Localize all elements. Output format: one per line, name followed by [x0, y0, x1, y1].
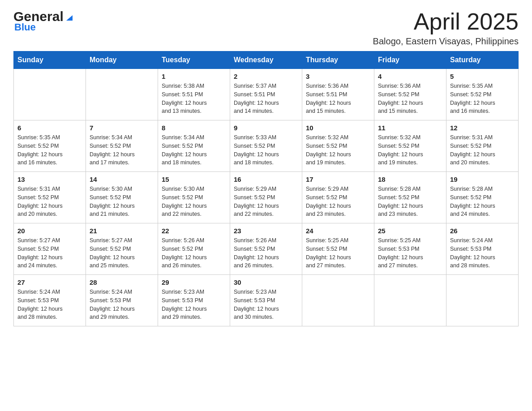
- day-number: 7: [90, 124, 154, 132]
- calendar-cell: 24Sunrise: 5:25 AM Sunset: 5:52 PM Dayli…: [302, 223, 374, 275]
- calendar-cell: 18Sunrise: 5:28 AM Sunset: 5:52 PM Dayli…: [374, 172, 446, 223]
- day-info: Sunrise: 5:31 AM Sunset: 5:52 PM Dayligh…: [17, 185, 82, 218]
- calendar-cell: 29Sunrise: 5:23 AM Sunset: 5:53 PM Dayli…: [158, 275, 230, 326]
- day-info: Sunrise: 5:37 AM Sunset: 5:51 PM Dayligh…: [234, 82, 298, 116]
- day-of-week-header: Monday: [86, 51, 158, 69]
- day-number: 16: [234, 176, 298, 183]
- day-info: Sunrise: 5:31 AM Sunset: 5:52 PM Dayligh…: [450, 133, 515, 167]
- day-of-week-header: Wednesday: [230, 51, 302, 69]
- calendar-cell: 15Sunrise: 5:30 AM Sunset: 5:52 PM Dayli…: [158, 172, 230, 223]
- calendar-cell: 20Sunrise: 5:27 AM Sunset: 5:52 PM Dayli…: [14, 223, 86, 275]
- day-info: Sunrise: 5:30 AM Sunset: 5:52 PM Dayligh…: [162, 185, 226, 218]
- day-info: Sunrise: 5:36 AM Sunset: 5:52 PM Dayligh…: [378, 82, 442, 116]
- day-number: 9: [234, 124, 298, 132]
- calendar-cell: 10Sunrise: 5:32 AM Sunset: 5:52 PM Dayli…: [302, 120, 374, 172]
- day-of-week-header: Thursday: [302, 51, 374, 69]
- day-number: 19: [450, 176, 515, 183]
- calendar-cell: 22Sunrise: 5:26 AM Sunset: 5:52 PM Dayli…: [158, 223, 230, 275]
- day-number: 28: [90, 278, 154, 286]
- calendar-cell: 2Sunrise: 5:37 AM Sunset: 5:51 PM Daylig…: [230, 69, 302, 120]
- calendar-cell: 7Sunrise: 5:34 AM Sunset: 5:52 PM Daylig…: [86, 120, 158, 172]
- day-info: Sunrise: 5:28 AM Sunset: 5:52 PM Dayligh…: [378, 185, 442, 218]
- calendar-cell: [302, 275, 374, 326]
- calendar-week-row: 6Sunrise: 5:35 AM Sunset: 5:52 PM Daylig…: [14, 120, 519, 172]
- calendar-title: April 2025: [373, 9, 519, 34]
- day-number: 17: [306, 176, 370, 183]
- day-info: Sunrise: 5:34 AM Sunset: 5:52 PM Dayligh…: [90, 133, 154, 167]
- day-info: Sunrise: 5:24 AM Sunset: 5:53 PM Dayligh…: [90, 288, 154, 321]
- calendar-cell: 13Sunrise: 5:31 AM Sunset: 5:52 PM Dayli…: [14, 172, 86, 223]
- day-info: Sunrise: 5:26 AM Sunset: 5:52 PM Dayligh…: [234, 236, 298, 270]
- day-number: 15: [162, 176, 226, 183]
- day-info: Sunrise: 5:38 AM Sunset: 5:51 PM Dayligh…: [162, 82, 226, 116]
- day-number: 18: [378, 176, 442, 183]
- day-info: Sunrise: 5:29 AM Sunset: 5:52 PM Dayligh…: [306, 185, 370, 218]
- calendar-cell: 17Sunrise: 5:29 AM Sunset: 5:52 PM Dayli…: [302, 172, 374, 223]
- day-number: 25: [378, 227, 442, 235]
- logo: General Blue: [13, 9, 74, 33]
- day-info: Sunrise: 5:23 AM Sunset: 5:53 PM Dayligh…: [162, 288, 226, 321]
- page-header: General Blue April 2025 Balogo, Eastern …: [13, 9, 519, 47]
- calendar-cell: [14, 69, 86, 120]
- calendar-cell: 11Sunrise: 5:32 AM Sunset: 5:52 PM Dayli…: [374, 120, 446, 172]
- calendar-cell: 25Sunrise: 5:25 AM Sunset: 5:53 PM Dayli…: [374, 223, 446, 275]
- day-number: 23: [234, 227, 298, 235]
- calendar-cell: [374, 275, 446, 326]
- day-number: 4: [378, 73, 442, 80]
- day-info: Sunrise: 5:28 AM Sunset: 5:52 PM Dayligh…: [450, 185, 515, 218]
- day-info: Sunrise: 5:35 AM Sunset: 5:52 PM Dayligh…: [17, 133, 82, 167]
- calendar-cell: 27Sunrise: 5:24 AM Sunset: 5:53 PM Dayli…: [14, 275, 86, 326]
- day-info: Sunrise: 5:33 AM Sunset: 5:52 PM Dayligh…: [234, 133, 298, 167]
- calendar-cell: 28Sunrise: 5:24 AM Sunset: 5:53 PM Dayli…: [86, 275, 158, 326]
- day-number: 11: [378, 124, 442, 132]
- calendar-cell: 30Sunrise: 5:23 AM Sunset: 5:53 PM Dayli…: [230, 275, 302, 326]
- calendar-week-row: 20Sunrise: 5:27 AM Sunset: 5:52 PM Dayli…: [14, 223, 519, 275]
- calendar-subtitle: Balogo, Eastern Visayas, Philippines: [373, 36, 519, 47]
- calendar-cell: 26Sunrise: 5:24 AM Sunset: 5:53 PM Dayli…: [446, 223, 519, 275]
- day-number: 2: [234, 73, 298, 80]
- day-info: Sunrise: 5:29 AM Sunset: 5:52 PM Dayligh…: [234, 185, 298, 218]
- day-number: 20: [17, 227, 82, 235]
- calendar-week-row: 27Sunrise: 5:24 AM Sunset: 5:53 PM Dayli…: [14, 275, 519, 326]
- day-number: 5: [450, 73, 515, 80]
- day-number: 12: [450, 124, 515, 132]
- day-info: Sunrise: 5:36 AM Sunset: 5:51 PM Dayligh…: [306, 82, 370, 116]
- calendar-cell: 21Sunrise: 5:27 AM Sunset: 5:52 PM Dayli…: [86, 223, 158, 275]
- calendar-cell: 12Sunrise: 5:31 AM Sunset: 5:52 PM Dayli…: [446, 120, 519, 172]
- day-number: 1: [162, 73, 226, 80]
- day-number: 8: [162, 124, 226, 132]
- day-info: Sunrise: 5:23 AM Sunset: 5:53 PM Dayligh…: [234, 288, 298, 321]
- day-info: Sunrise: 5:26 AM Sunset: 5:52 PM Dayligh…: [162, 236, 226, 270]
- day-info: Sunrise: 5:34 AM Sunset: 5:52 PM Dayligh…: [162, 133, 226, 167]
- calendar-cell: 14Sunrise: 5:30 AM Sunset: 5:52 PM Dayli…: [86, 172, 158, 223]
- day-of-week-header: Friday: [374, 51, 446, 69]
- calendar-cell: 8Sunrise: 5:34 AM Sunset: 5:52 PM Daylig…: [158, 120, 230, 172]
- day-info: Sunrise: 5:27 AM Sunset: 5:52 PM Dayligh…: [17, 236, 82, 270]
- calendar-cell: [86, 69, 158, 120]
- day-of-week-header: Saturday: [446, 51, 519, 69]
- calendar-cell: 9Sunrise: 5:33 AM Sunset: 5:52 PM Daylig…: [230, 120, 302, 172]
- day-info: Sunrise: 5:25 AM Sunset: 5:52 PM Dayligh…: [306, 236, 370, 270]
- svg-marker-0: [66, 15, 73, 21]
- calendar-week-row: 1Sunrise: 5:38 AM Sunset: 5:51 PM Daylig…: [14, 69, 519, 120]
- calendar-cell: 23Sunrise: 5:26 AM Sunset: 5:52 PM Dayli…: [230, 223, 302, 275]
- calendar-cell: 3Sunrise: 5:36 AM Sunset: 5:51 PM Daylig…: [302, 69, 374, 120]
- calendar-table: SundayMondayTuesdayWednesdayThursdayFrid…: [13, 51, 519, 326]
- day-number: 27: [17, 278, 82, 286]
- day-number: 26: [450, 227, 515, 235]
- day-info: Sunrise: 5:24 AM Sunset: 5:53 PM Dayligh…: [450, 236, 515, 270]
- day-number: 21: [90, 227, 154, 235]
- calendar-cell: 5Sunrise: 5:35 AM Sunset: 5:52 PM Daylig…: [446, 69, 519, 120]
- calendar-week-row: 13Sunrise: 5:31 AM Sunset: 5:52 PM Dayli…: [14, 172, 519, 223]
- day-of-week-header: Sunday: [14, 51, 86, 69]
- day-info: Sunrise: 5:27 AM Sunset: 5:52 PM Dayligh…: [90, 236, 154, 270]
- day-number: 14: [90, 176, 154, 183]
- day-of-week-header: Tuesday: [158, 51, 230, 69]
- day-number: 30: [234, 278, 298, 286]
- logo-blue-text: Blue: [13, 21, 36, 33]
- day-number: 24: [306, 227, 370, 235]
- day-number: 29: [162, 278, 226, 286]
- day-info: Sunrise: 5:25 AM Sunset: 5:53 PM Dayligh…: [378, 236, 442, 270]
- calendar-cell: [446, 275, 519, 326]
- day-number: 13: [17, 176, 82, 183]
